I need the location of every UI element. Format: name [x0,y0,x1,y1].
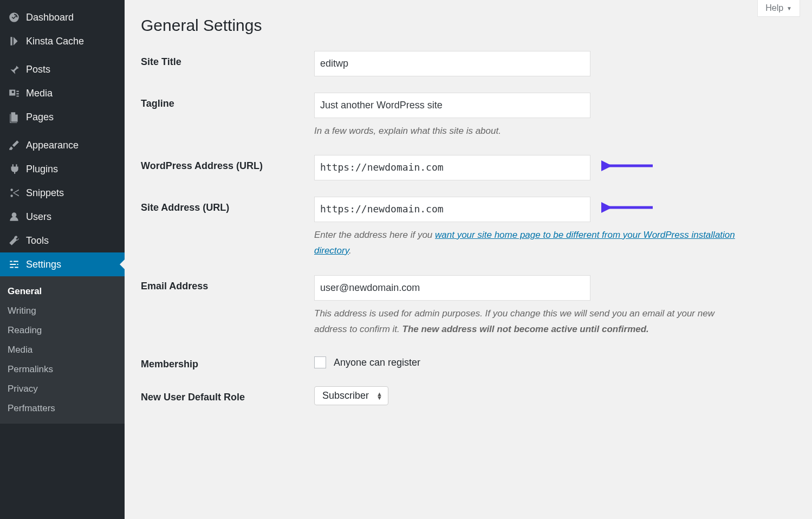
wrench-icon [8,234,21,247]
default-role-select[interactable]: Subscriber ▲▼ [314,386,388,405]
sidebar-item-settings[interactable]: Settings [0,252,125,276]
site-address-description: Enter the address here if you want your … [314,228,748,259]
plug-icon [8,163,21,176]
row-tagline: Tagline In a few words, explain what thi… [141,93,796,139]
submenu-item-writing[interactable]: Writing [0,301,125,321]
label-tagline: Tagline [141,93,314,109]
label-wp-address: WordPress Address (URL) [141,155,314,172]
sidebar-item-label: Posts [26,64,50,75]
label-membership: Membership [141,353,314,370]
wp-address-input[interactable] [314,155,590,180]
site-title-input[interactable] [314,51,590,76]
kinsta-icon [8,35,21,48]
tagline-description: In a few words, explain what this site i… [314,124,748,139]
email-description: This address is used for admin purposes.… [314,306,748,338]
sidebar-item-label: Media [26,88,53,99]
media-icon [8,87,21,100]
submenu-item-general[interactable]: General [0,282,125,301]
sidebar-item-plugins[interactable]: Plugins [0,157,125,181]
sidebar-item-appearance[interactable]: Appearance [0,133,125,157]
membership-checkbox[interactable] [314,356,326,368]
settings-submenu: General Writing Reading Media Permalinks… [0,276,125,424]
admin-sidebar: Dashboard Kinsta Cache Posts Media Pages… [0,0,125,519]
sidebar-item-media[interactable]: Media [0,81,125,105]
sidebar-item-label: Kinsta Cache [26,36,84,47]
pin-icon [8,63,21,76]
sidebar-item-label: Settings [26,259,61,270]
sidebar-item-label: Snippets [26,187,64,199]
sidebar-item-users[interactable]: Users [0,205,125,229]
sidebar-item-posts[interactable]: Posts [0,57,125,81]
sidebar-item-label: Plugins [26,164,58,175]
sidebar-item-label: Appearance [26,140,79,151]
sidebar-item-dashboard[interactable]: Dashboard [0,5,125,29]
sidebar-item-label: Tools [26,235,49,246]
select-arrows-icon: ▲▼ [376,392,382,400]
membership-checkbox-label: Anyone can register [334,357,420,368]
submenu-item-permalinks[interactable]: Permalinks [0,360,125,379]
help-label: Help [765,3,783,13]
sidebar-item-kinsta-cache[interactable]: Kinsta Cache [0,29,125,53]
row-default-role: New User Default Role Subscriber ▲▼ [141,386,796,405]
sidebar-item-tools[interactable]: Tools [0,229,125,252]
default-role-value: Subscriber [322,390,369,401]
row-email: Email Address This address is used for a… [141,275,796,338]
dashboard-icon [8,11,21,24]
sidebar-item-snippets[interactable]: Snippets [0,181,125,205]
label-site-address: Site Address (URL) [141,197,314,213]
label-email: Email Address [141,275,314,292]
chevron-down-icon: ▼ [787,5,792,11]
sidebar-item-label: Dashboard [26,12,74,23]
row-wp-address: WordPress Address (URL) [141,155,796,180]
page-title: General Settings [141,16,796,35]
row-membership: Membership Anyone can register [141,353,796,370]
sidebar-item-label: Pages [26,112,54,123]
submenu-item-reading[interactable]: Reading [0,321,125,340]
site-address-input[interactable] [314,197,590,222]
sliders-icon [8,258,21,271]
label-default-role: New User Default Role [141,386,314,403]
brush-icon [8,139,21,152]
help-button[interactable]: Help ▼ [757,0,800,17]
email-input[interactable] [314,275,590,301]
submenu-item-privacy[interactable]: Privacy [0,379,125,399]
sidebar-item-pages[interactable]: Pages [0,105,125,129]
row-site-title: Site Title [141,51,796,76]
scissors-icon [8,186,21,199]
label-site-title: Site Title [141,51,314,68]
pages-icon [8,111,21,124]
row-site-address: Site Address (URL) Enter the address her… [141,197,796,259]
sidebar-item-label: Users [26,211,51,223]
main-content: Help ▼ General Settings Site Title Tagli… [125,0,812,519]
submenu-item-media[interactable]: Media [0,340,125,360]
tagline-input[interactable] [314,93,590,118]
user-icon [8,210,21,223]
submenu-item-perfmatters[interactable]: Perfmatters [0,399,125,418]
